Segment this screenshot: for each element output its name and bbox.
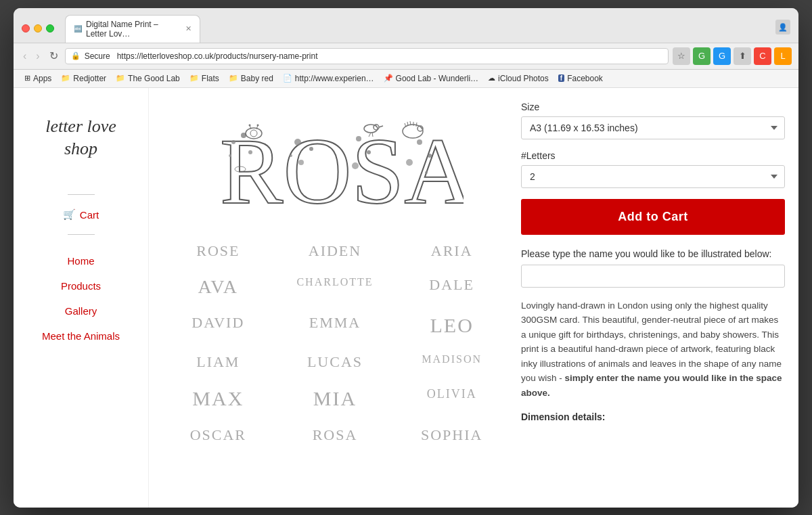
name-sample-dale: DALE	[396, 271, 508, 303]
bookmark-star-icon[interactable]: ☆	[673, 47, 690, 65]
facebook-icon: f	[558, 74, 564, 82]
maximize-button[interactable]	[46, 24, 54, 32]
sidebar-nav: Home Products Gallery Meet the Animals	[14, 248, 148, 349]
svg-point-3	[229, 154, 231, 157]
forward-button[interactable]: ›	[33, 49, 42, 64]
bookmark-experien[interactable]: 📄 http://www.experien…	[279, 72, 378, 85]
refresh-button[interactable]: ↻	[47, 48, 61, 64]
name-samples-grid: ROSE AIDEN ARIA AVA CHARLOTTE DALE DAVID…	[162, 237, 508, 449]
svg-text:ROSA: ROSA	[220, 118, 464, 223]
extension-icon-1[interactable]: G	[693, 47, 710, 65]
bookmark-apps-label: Apps	[33, 74, 51, 83]
product-images: ROSA	[162, 102, 508, 494]
bookmark-icloud[interactable]: ☁ iCloud Photos	[484, 72, 553, 85]
name-sample-david: DAVID	[162, 309, 274, 342]
bookmark-icloud-label: iCloud Photos	[498, 74, 549, 83]
bookmark-babyred[interactable]: 📁 Baby red	[225, 72, 277, 85]
name-sample-aria: ARIA	[396, 237, 508, 265]
name-sample-sophia: SOPHIA	[396, 421, 508, 449]
svg-point-1	[231, 140, 235, 144]
size-label: Size	[521, 102, 785, 112]
folder-icon-redjotter: 📁	[61, 74, 70, 83]
size-select[interactable]: A3 (11.69 x 16.53 inches) A4 (8.27 x 11.…	[521, 116, 785, 139]
cart-label: Cart	[80, 209, 99, 221]
active-tab[interactable]: 🔤 Digital Name Print – Letter Lov… ✕	[65, 15, 200, 43]
name-sample-leo: LEO	[396, 309, 508, 342]
tab-area: 🔤 Digital Name Print – Letter Lov… ✕	[65, 15, 770, 43]
sidebar-item-home[interactable]: Home	[14, 248, 148, 273]
name-sample-mia: MIA	[279, 382, 391, 416]
bookmark-goodlab-label: The Good Lab	[128, 74, 180, 83]
name-input-field[interactable]	[521, 265, 785, 288]
extension-icon-4[interactable]: C	[754, 47, 771, 65]
bookmark-goodlab[interactable]: 📁 The Good Lab	[112, 72, 184, 85]
name-sample-charlotte: CHARLOTTE	[279, 271, 391, 303]
browser-window: 🔤 Digital Name Print – Letter Lov… ✕ 👤 ‹…	[14, 8, 798, 508]
svg-point-16	[425, 171, 428, 174]
tab-close-icon[interactable]: ✕	[185, 24, 191, 33]
name-prompt-text: Please type the name you would like to b…	[521, 248, 785, 259]
name-sample-max: MAX	[162, 382, 274, 416]
svg-point-6	[294, 139, 301, 145]
svg-point-22	[257, 124, 259, 126]
add-to-cart-button[interactable]: Add to Cart	[521, 199, 785, 235]
folder-icon-goodlab: 📁	[116, 74, 125, 83]
bookmark-experien-label: http://www.experien…	[295, 74, 374, 83]
lock-icon: 🔒	[71, 51, 81, 60]
name-sample-olivia: OLIVIA	[396, 382, 508, 416]
nav-actions: ☆ G G ⬆ C L	[673, 47, 792, 65]
svg-point-10	[356, 136, 361, 141]
nav-bar: ‹ › ↻ 🔒 Secure https://letterloveshop.co…	[14, 43, 798, 70]
extension-icon-5[interactable]: L	[774, 47, 792, 65]
bookmark-redjotter[interactable]: 📁 Redjotter	[57, 72, 110, 85]
minimize-button[interactable]	[34, 24, 42, 32]
page-content: letter loveshop 🛒 Cart Home Products Gal…	[14, 88, 798, 508]
bookmark-facebook[interactable]: f Facebook	[554, 72, 607, 85]
tab-favicon: 🔤	[74, 25, 82, 32]
hero-image: ROSA	[162, 102, 508, 237]
name-sample-rosa: ROSA	[279, 421, 391, 449]
svg-point-13	[417, 139, 422, 145]
name-sample-madison: MADISON	[396, 348, 508, 376]
title-bar-actions: 👤	[775, 20, 790, 37]
bookmark-facebook-label: Facebook	[567, 74, 603, 83]
close-button[interactable]	[22, 24, 30, 32]
name-sample-aiden: AIDEN	[279, 237, 391, 265]
address-bar[interactable]: 🔒 Secure https://letterloveshop.co.uk/pr…	[65, 48, 669, 64]
svg-point-11	[367, 150, 371, 154]
back-button[interactable]: ‹	[20, 49, 29, 64]
user-icon[interactable]: 👤	[775, 20, 790, 35]
svg-point-8	[298, 160, 304, 165]
bookmark-flats-label: Flats	[202, 74, 219, 83]
bookmark-redjotter-label: Redjotter	[73, 74, 106, 83]
svg-point-15	[406, 159, 413, 166]
letters-select[interactable]: 1 2 3 4 5 6 7 8	[521, 165, 785, 188]
product-description: Lovingly hand-drawn in London using only…	[521, 298, 785, 401]
rosa-illustration: ROSA	[206, 108, 464, 230]
svg-point-29	[421, 127, 422, 129]
name-sample-lucas: LUCAS	[279, 348, 391, 376]
bookmark-wunderli[interactable]: 📌 Good Lab - Wunderli…	[380, 72, 483, 85]
pin-icon-wunderli: 📌	[384, 74, 393, 83]
traffic-lights	[22, 24, 54, 32]
svg-point-14	[428, 154, 432, 158]
extension-icon-3[interactable]: ⬆	[734, 47, 751, 65]
main-area: ROSA	[149, 88, 798, 508]
bookmark-apps[interactable]: ⊞ Apps	[20, 72, 55, 85]
sidebar-item-products[interactable]: Products	[14, 273, 148, 298]
svg-point-21	[249, 124, 251, 126]
sidebar-item-gallery[interactable]: Gallery	[14, 298, 148, 323]
bookmark-flats[interactable]: 📁 Flats	[185, 72, 223, 85]
sidebar: letter loveshop 🛒 Cart Home Products Gal…	[14, 88, 149, 508]
url-text: https://letterloveshop.co.uk/products/nu…	[117, 51, 318, 61]
secure-label: Secure	[85, 51, 110, 61]
svg-point-7	[309, 147, 313, 151]
folder-icon-flats: 📁	[189, 74, 199, 83]
page-icon-experien: 📄	[283, 74, 292, 83]
dimension-header: Dimension details:	[521, 411, 785, 422]
description-text: Lovingly hand-drawn in London using only…	[521, 300, 782, 384]
extension-icon-2[interactable]: G	[713, 47, 731, 65]
sidebar-item-meet-animals[interactable]: Meet the Animals	[14, 323, 148, 349]
cart-link[interactable]: 🛒 Cart	[56, 202, 106, 227]
cloud-icon: ☁	[488, 74, 495, 83]
